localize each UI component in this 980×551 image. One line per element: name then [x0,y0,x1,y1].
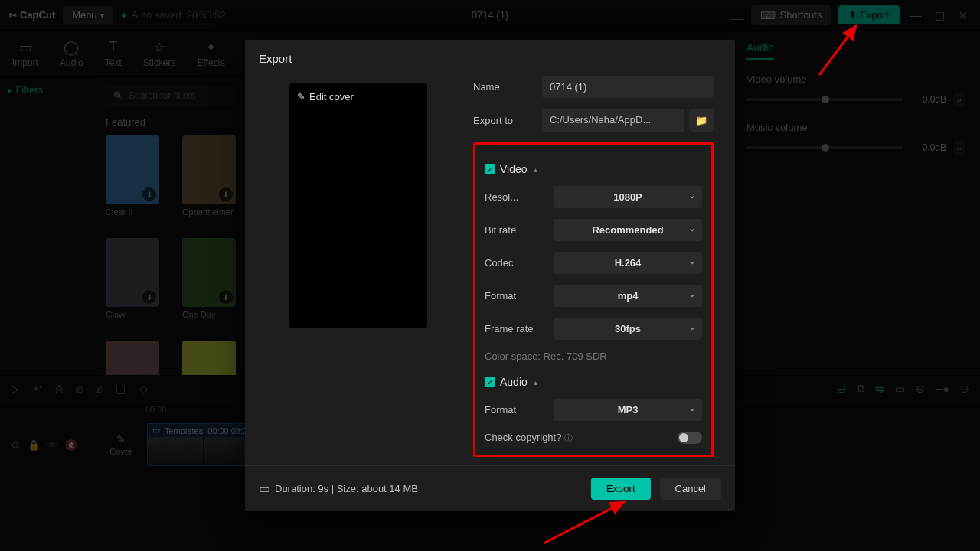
framerate-label: Frame rate [485,323,544,334]
audio-format-label: Format [485,404,544,416]
name-label: Name [473,81,533,93]
export-settings-highlight: Video Resol...1080P Bit rateRecommended … [473,142,714,457]
export-modal: Export Edit cover Name Export to C:/User… [245,40,735,511]
format-label: Format [485,290,544,302]
bitrate-dropdown[interactable]: Recommended [554,219,702,241]
resolution-dropdown[interactable]: 1080P [554,186,702,208]
export-info: Duration: 9s | Size: about 14 MB [259,481,418,496]
codec-label: Codec [485,257,544,269]
video-section-toggle[interactable]: Video [485,163,702,175]
audio-section-toggle[interactable]: Audio [485,376,702,388]
export-to-label: Export to [473,115,533,126]
export-path: C:/Users/Neha/AppD... [542,109,684,132]
audio-format-dropdown[interactable]: MP3 [554,399,702,421]
browse-folder-button[interactable]: 📁 [689,109,714,132]
codec-dropdown[interactable]: H.264 [554,252,702,274]
video-checkbox[interactable] [485,164,495,174]
color-space-note: Color space: Rec. 709 SDR [485,350,702,362]
bitrate-label: Bit rate [485,224,544,236]
audio-checkbox[interactable] [485,377,495,387]
modal-title: Export [245,40,735,73]
cover-preview: Edit cover [289,83,427,328]
format-dropdown[interactable]: mp4 [554,285,702,307]
framerate-dropdown[interactable]: 30fps [554,318,702,340]
export-confirm-button[interactable]: Export [591,478,651,500]
cancel-button[interactable]: Cancel [660,478,721,500]
name-input[interactable] [542,76,714,98]
copyright-toggle[interactable] [678,432,702,444]
copyright-label: Check copyright? [485,432,573,444]
edit-cover-button[interactable]: Edit cover [297,91,354,103]
resolution-label: Resol... [485,191,544,203]
